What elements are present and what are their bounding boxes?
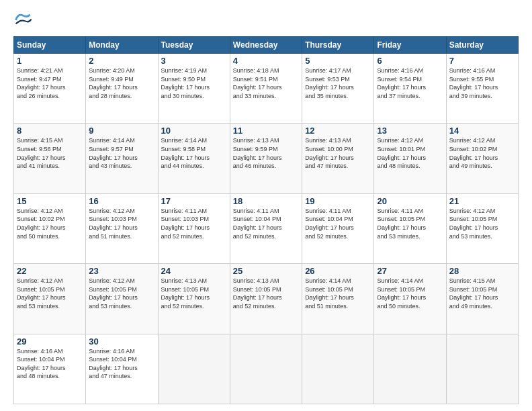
calendar-cell: 23Sunrise: 4:12 AM Sunset: 10:05 PM Dayl… <box>86 264 158 334</box>
day-number: 21 <box>449 196 515 206</box>
day-info: Sunrise: 4:12 AM Sunset: 10:05 PM Daylig… <box>17 277 83 310</box>
day-number: 11 <box>233 126 299 136</box>
calendar-cell: 21Sunrise: 4:12 AM Sunset: 10:05 PM Dayl… <box>446 193 518 263</box>
calendar-cell: 9Sunrise: 4:14 AM Sunset: 9:57 PM Daylig… <box>86 124 158 193</box>
calendar-cell: 8Sunrise: 4:15 AM Sunset: 9:56 PM Daylig… <box>14 124 86 193</box>
logo-icon <box>13 11 32 30</box>
calendar-week-5: 29Sunrise: 4:16 AM Sunset: 10:04 PM Dayl… <box>14 334 519 404</box>
calendar-table: SundayMondayTuesdayWednesdayThursdayFrid… <box>13 36 519 404</box>
day-number: 7 <box>449 56 515 66</box>
day-info: Sunrise: 4:11 AM Sunset: 10:03 PM Daylig… <box>161 207 227 240</box>
day-number: 18 <box>233 196 299 206</box>
calendar-cell <box>374 334 446 404</box>
day-info: Sunrise: 4:16 AM Sunset: 9:55 PM Dayligh… <box>449 66 515 100</box>
day-info: Sunrise: 4:13 AM Sunset: 10:05 PM Daylig… <box>233 277 299 310</box>
day-info: Sunrise: 4:12 AM Sunset: 10:05 PM Daylig… <box>449 207 515 240</box>
day-header-saturday: Saturday <box>446 37 518 54</box>
day-info: Sunrise: 4:12 AM Sunset: 10:03 PM Daylig… <box>89 207 154 240</box>
calendar-cell: 20Sunrise: 4:11 AM Sunset: 10:05 PM Dayl… <box>374 193 446 263</box>
calendar-cell <box>446 334 518 404</box>
calendar-cell: 12Sunrise: 4:13 AM Sunset: 10:00 PM Dayl… <box>302 124 374 193</box>
calendar-week-1: 1Sunrise: 4:21 AM Sunset: 9:47 PM Daylig… <box>14 54 519 124</box>
day-header-monday: Monday <box>86 37 158 54</box>
day-info: Sunrise: 4:12 AM Sunset: 10:05 PM Daylig… <box>89 277 154 310</box>
day-number: 5 <box>305 56 371 66</box>
calendar-cell: 24Sunrise: 4:13 AM Sunset: 10:05 PM Dayl… <box>158 264 230 334</box>
day-info: Sunrise: 4:16 AM Sunset: 10:04 PM Daylig… <box>89 347 154 381</box>
day-number: 20 <box>377 196 443 206</box>
day-info: Sunrise: 4:19 AM Sunset: 9:50 PM Dayligh… <box>161 66 227 100</box>
day-number: 24 <box>161 266 227 276</box>
day-header-wednesday: Wednesday <box>230 37 302 54</box>
calendar-cell: 3Sunrise: 4:19 AM Sunset: 9:50 PM Daylig… <box>158 54 230 124</box>
day-header-tuesday: Tuesday <box>158 37 230 54</box>
calendar-cell: 5Sunrise: 4:17 AM Sunset: 9:53 PM Daylig… <box>302 54 374 124</box>
calendar-cell: 10Sunrise: 4:14 AM Sunset: 9:58 PM Dayli… <box>158 124 230 193</box>
calendar-cell: 22Sunrise: 4:12 AM Sunset: 10:05 PM Dayl… <box>14 264 86 334</box>
day-header-friday: Friday <box>374 37 446 54</box>
day-number: 9 <box>89 126 154 136</box>
day-number: 19 <box>305 196 371 206</box>
day-info: Sunrise: 4:16 AM Sunset: 10:04 PM Daylig… <box>17 347 83 381</box>
calendar-cell <box>302 334 374 404</box>
calendar-cell <box>230 334 302 404</box>
day-info: Sunrise: 4:15 AM Sunset: 9:56 PM Dayligh… <box>17 136 83 170</box>
day-info: Sunrise: 4:11 AM Sunset: 10:04 PM Daylig… <box>305 207 371 240</box>
day-info: Sunrise: 4:14 AM Sunset: 10:05 PM Daylig… <box>305 277 371 310</box>
calendar-cell <box>158 334 230 404</box>
day-header-row: SundayMondayTuesdayWednesdayThursdayFrid… <box>14 37 519 54</box>
calendar-cell: 16Sunrise: 4:12 AM Sunset: 10:03 PM Dayl… <box>86 193 158 263</box>
day-number: 1 <box>17 56 83 66</box>
calendar-cell: 26Sunrise: 4:14 AM Sunset: 10:05 PM Dayl… <box>302 264 374 334</box>
calendar-cell: 18Sunrise: 4:11 AM Sunset: 10:04 PM Dayl… <box>230 193 302 263</box>
day-info: Sunrise: 4:11 AM Sunset: 10:04 PM Daylig… <box>233 207 299 240</box>
calendar-cell: 7Sunrise: 4:16 AM Sunset: 9:55 PM Daylig… <box>446 54 518 124</box>
day-info: Sunrise: 4:13 AM Sunset: 10:05 PM Daylig… <box>161 277 227 310</box>
calendar-cell: 1Sunrise: 4:21 AM Sunset: 9:47 PM Daylig… <box>14 54 86 124</box>
day-info: Sunrise: 4:20 AM Sunset: 9:49 PM Dayligh… <box>89 66 154 100</box>
day-number: 17 <box>161 196 227 206</box>
day-info: Sunrise: 4:12 AM Sunset: 10:02 PM Daylig… <box>17 207 83 240</box>
day-number: 27 <box>377 266 443 276</box>
calendar-cell: 11Sunrise: 4:13 AM Sunset: 9:59 PM Dayli… <box>230 124 302 193</box>
day-number: 26 <box>305 266 371 276</box>
calendar-header: SundayMondayTuesdayWednesdayThursdayFrid… <box>14 37 519 54</box>
day-number: 13 <box>377 126 443 136</box>
calendar-cell: 14Sunrise: 4:12 AM Sunset: 10:02 PM Dayl… <box>446 124 518 193</box>
day-info: Sunrise: 4:18 AM Sunset: 9:51 PM Dayligh… <box>233 66 299 100</box>
calendar-cell: 19Sunrise: 4:11 AM Sunset: 10:04 PM Dayl… <box>302 193 374 263</box>
header <box>13 11 519 30</box>
calendar-cell: 2Sunrise: 4:20 AM Sunset: 9:49 PM Daylig… <box>86 54 158 124</box>
calendar-week-4: 22Sunrise: 4:12 AM Sunset: 10:05 PM Dayl… <box>14 264 519 334</box>
day-info: Sunrise: 4:14 AM Sunset: 10:05 PM Daylig… <box>377 277 443 310</box>
day-number: 25 <box>233 266 299 276</box>
day-number: 12 <box>305 126 371 136</box>
calendar-cell: 4Sunrise: 4:18 AM Sunset: 9:51 PM Daylig… <box>230 54 302 124</box>
calendar-cell: 25Sunrise: 4:13 AM Sunset: 10:05 PM Dayl… <box>230 264 302 334</box>
day-info: Sunrise: 4:16 AM Sunset: 9:54 PM Dayligh… <box>377 66 443 100</box>
day-number: 2 <box>89 56 154 66</box>
day-number: 30 <box>89 336 154 347</box>
day-number: 3 <box>161 56 227 66</box>
calendar-cell: 27Sunrise: 4:14 AM Sunset: 10:05 PM Dayl… <box>374 264 446 334</box>
calendar-cell: 15Sunrise: 4:12 AM Sunset: 10:02 PM Dayl… <box>14 193 86 263</box>
calendar-week-2: 8Sunrise: 4:15 AM Sunset: 9:56 PM Daylig… <box>14 124 519 193</box>
calendar-cell: 28Sunrise: 4:15 AM Sunset: 10:05 PM Dayl… <box>446 264 518 334</box>
day-number: 29 <box>17 336 83 347</box>
day-info: Sunrise: 4:17 AM Sunset: 9:53 PM Dayligh… <box>305 66 371 100</box>
day-number: 16 <box>89 196 154 206</box>
day-info: Sunrise: 4:14 AM Sunset: 9:57 PM Dayligh… <box>89 136 154 170</box>
calendar-week-3: 15Sunrise: 4:12 AM Sunset: 10:02 PM Dayl… <box>14 193 519 263</box>
calendar-cell: 29Sunrise: 4:16 AM Sunset: 10:04 PM Dayl… <box>14 334 86 404</box>
day-number: 28 <box>449 266 515 276</box>
calendar-cell: 13Sunrise: 4:12 AM Sunset: 10:01 PM Dayl… <box>374 124 446 193</box>
page: SundayMondayTuesdayWednesdayThursdayFrid… <box>0 0 532 411</box>
day-number: 22 <box>17 266 83 276</box>
day-number: 6 <box>377 56 443 66</box>
calendar-cell: 30Sunrise: 4:16 AM Sunset: 10:04 PM Dayl… <box>86 334 158 404</box>
day-info: Sunrise: 4:13 AM Sunset: 10:00 PM Daylig… <box>305 136 371 170</box>
day-info: Sunrise: 4:13 AM Sunset: 9:59 PM Dayligh… <box>233 136 299 170</box>
day-info: Sunrise: 4:14 AM Sunset: 9:58 PM Dayligh… <box>161 136 227 170</box>
day-info: Sunrise: 4:12 AM Sunset: 10:01 PM Daylig… <box>377 136 443 170</box>
day-number: 10 <box>161 126 227 136</box>
